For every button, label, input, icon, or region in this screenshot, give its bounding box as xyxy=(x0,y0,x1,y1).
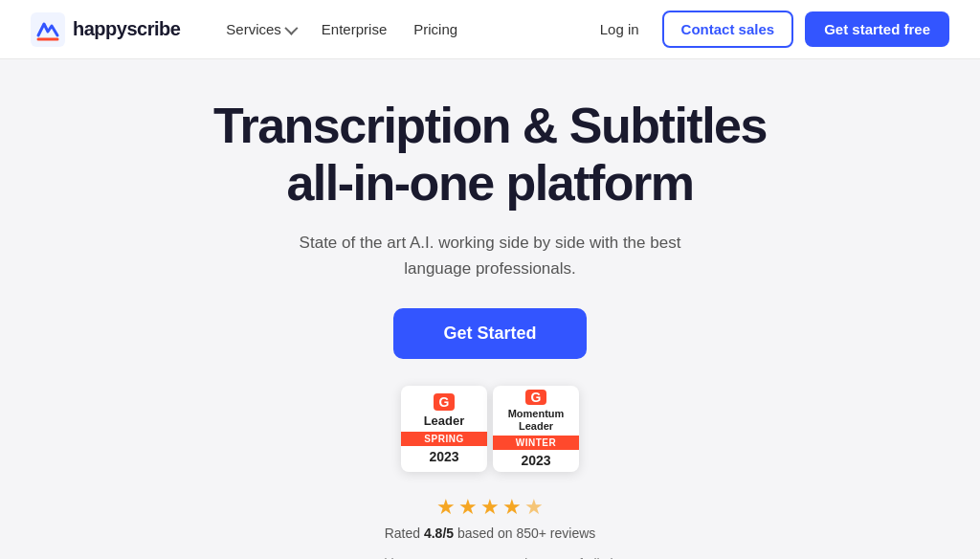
chevron-down-icon xyxy=(284,21,298,34)
logo-link[interactable]: happyscribe xyxy=(31,12,180,47)
star-1: ★ xyxy=(436,495,456,520)
g2-logo-1: G xyxy=(434,393,455,411)
badge-winter-text: WINTER xyxy=(493,436,579,450)
nav-services[interactable]: Services xyxy=(214,13,306,45)
nav-pricing[interactable]: Pricing xyxy=(402,13,469,45)
hero-subtitle: State of the art A.I. working side by si… xyxy=(284,230,696,281)
badge-year-2: 2023 xyxy=(521,453,550,468)
star-3: ★ xyxy=(480,495,500,520)
badge-spring-text: SPRING xyxy=(401,432,487,446)
nav-right: Log in Contact sales Get started free xyxy=(589,11,949,48)
rating-text: Rated 4.8/5 based on 850+ reviews xyxy=(385,525,596,541)
badge-momentum-text: MomentumLeader xyxy=(508,408,565,433)
badge-leader-text: Leader xyxy=(424,414,465,429)
star-4: ★ xyxy=(502,495,522,520)
g2-logo-2: G xyxy=(525,390,546,405)
get-started-hero-button[interactable]: Get Started xyxy=(393,308,586,359)
get-started-nav-button[interactable]: Get started free xyxy=(805,11,949,47)
contact-sales-button[interactable]: Contact sales xyxy=(662,11,794,48)
star-half: ★ xyxy=(524,495,544,520)
stars-row: ★ ★ ★ ★ ★ xyxy=(436,495,544,520)
badge-year-1: 2023 xyxy=(429,449,458,464)
logo-text: happyscribe xyxy=(73,18,180,40)
star-2: ★ xyxy=(458,495,478,520)
navbar: happyscribe Services Enterprise Pricing … xyxy=(0,0,980,59)
nav-links: Services Enterprise Pricing xyxy=(214,13,588,45)
logo-icon xyxy=(31,12,65,47)
hero-title: Transcription & Subtitles all-in-one pla… xyxy=(213,98,767,212)
login-button[interactable]: Log in xyxy=(589,13,651,45)
badge-leader: G Leader SPRING 2023 xyxy=(401,386,487,472)
hero-section: Transcription & Subtitles all-in-one pla… xyxy=(0,59,980,559)
badges-row: G Leader SPRING 2023 G MomentumLeader WI… xyxy=(401,386,579,472)
nav-enterprise[interactable]: Enterprise xyxy=(310,13,398,45)
badge-momentum: G MomentumLeader WINTER 2023 xyxy=(493,386,579,472)
